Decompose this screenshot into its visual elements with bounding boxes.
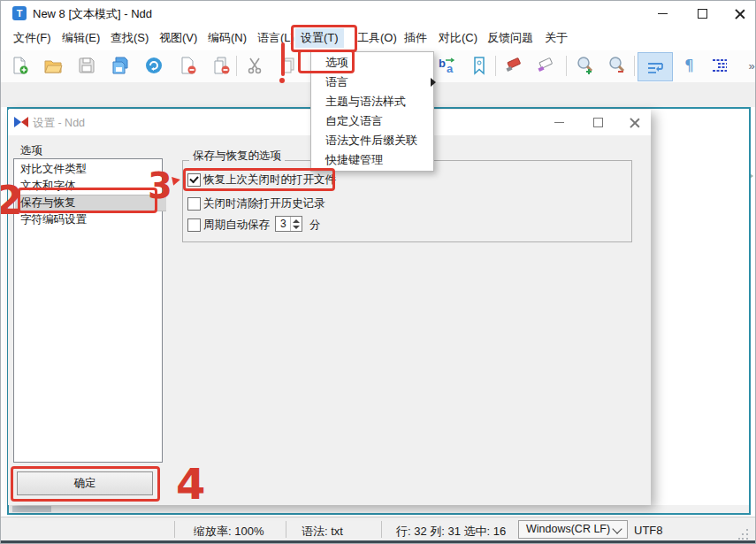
menu-item-options[interactable]: 选项	[312, 53, 444, 73]
mark-highlight-button[interactable]	[503, 54, 526, 77]
settings-dropdown-menu: 选项 语言 主题与语法样式 自定义语言 语法文件后缀关联 快捷键管理	[310, 51, 434, 172]
open-folder-icon	[43, 56, 63, 75]
category-compare-file-types[interactable]: 对比文件类型	[15, 161, 166, 178]
menu-settings[interactable]: 设置(T)	[295, 28, 344, 48]
cut-button[interactable]	[243, 54, 266, 77]
close-document-button[interactable]	[176, 54, 199, 77]
minimize-icon	[658, 13, 668, 14]
spin-up-icon	[293, 219, 300, 223]
statusbar-separator	[286, 521, 286, 538]
menu-item-custom-language[interactable]: 自定义语言	[312, 111, 444, 131]
paragraph-mark-icon: ¶	[680, 56, 699, 75]
category-encoding-settings[interactable]: 字符编码设置	[15, 211, 166, 228]
save-all-button[interactable]	[109, 54, 132, 77]
autosave-label[interactable]: 周期自动保存	[203, 218, 270, 233]
dialog-minimize-button[interactable]	[542, 110, 576, 135]
maximize-icon	[698, 9, 707, 19]
menu-item-language[interactable]: 语言	[312, 73, 444, 92]
clear-history-checkbox[interactable]	[187, 197, 201, 211]
menu-language[interactable]: 语言(L)	[252, 28, 300, 48]
menu-item-theme-syntax[interactable]: 主题与语法样式	[312, 92, 444, 111]
save-restore-group-label: 保存与恢复的选项	[189, 149, 285, 164]
menu-item-shortcut-manager[interactable]: 快捷键管理	[312, 150, 444, 170]
refresh-button[interactable]	[142, 54, 165, 77]
close-document-icon	[178, 56, 197, 75]
copy-button[interactable]	[277, 54, 300, 77]
save-button[interactable]	[75, 54, 98, 77]
dialog-close-button[interactable]	[617, 110, 651, 135]
toolbar-separator	[236, 56, 237, 76]
close-all-documents-button[interactable]	[210, 54, 233, 77]
menu-search[interactable]: 查找(S)	[105, 28, 154, 48]
menu-feedback[interactable]: 反馈问题	[482, 28, 538, 48]
statusbar-separator	[174, 521, 175, 538]
toolbar-separator	[495, 56, 496, 76]
svg-text:a: a	[447, 62, 454, 75]
zoom-in-icon	[575, 55, 596, 76]
zoom-out-button[interactable]	[606, 54, 629, 77]
show-paragraph-marks-button[interactable]: ¶	[678, 54, 701, 77]
new-file-button[interactable]	[8, 54, 31, 77]
minimize-button[interactable]	[644, 1, 681, 26]
close-icon	[630, 118, 639, 127]
menu-file[interactable]: 文件(F)	[8, 28, 57, 48]
maximize-button[interactable]	[683, 1, 721, 26]
dialog-maximize-button[interactable]	[581, 110, 615, 135]
spinner-buttons[interactable]	[290, 217, 302, 231]
status-bar: 缩放率: 100% 语法: txt 行: 32 列: 31 选中: 16 Win…	[1, 517, 756, 541]
close-button[interactable]	[721, 1, 756, 26]
close-icon	[735, 9, 745, 19]
app-icon: T	[12, 6, 27, 20]
save-icon	[77, 56, 96, 75]
autosave-checkbox[interactable]	[187, 218, 201, 232]
bookmark-button[interactable]	[468, 54, 491, 77]
menu-item-suffix-assoc[interactable]: 语法文件后缀关联	[312, 131, 444, 150]
eol-selector[interactable]: Windows(CR LF)	[518, 520, 628, 539]
menu-plugins[interactable]: 插件	[399, 28, 432, 48]
refresh-icon	[144, 56, 164, 75]
zoom-level-label: 缩放率: 100%	[194, 524, 263, 540]
toolbar-separator	[634, 56, 635, 76]
caret-position-label: 行: 32 列: 31 选中: 16	[396, 524, 506, 540]
restore-files-checkbox[interactable]	[187, 173, 201, 187]
autosave-interval-value: 3	[280, 218, 286, 230]
eol-value: Windows(CR LF)	[526, 523, 610, 535]
chevron-down-icon	[612, 524, 622, 533]
autosave-unit-label: 分	[309, 218, 321, 233]
app-window: T New 8 [文本模式] - Ndd 文件(F) 编辑(E) 查找(S) 视…	[0, 0, 756, 544]
options-group-label: 选项	[20, 143, 42, 158]
minimize-icon	[554, 122, 564, 123]
word-wrap-button[interactable]	[638, 52, 673, 81]
resize-grip[interactable]	[738, 529, 749, 540]
maximize-icon	[593, 118, 603, 127]
clear-history-label[interactable]: 关闭时清除打开历史记录	[203, 196, 325, 211]
zoom-out-icon	[607, 55, 628, 76]
zoom-in-button[interactable]	[574, 54, 597, 77]
statusbar-separator	[381, 521, 382, 538]
horizontal-scrollbar[interactable]	[9, 505, 749, 513]
toolbar-overflow-button[interactable]: »	[740, 54, 756, 77]
horizontal-scrollbar-thumb[interactable]	[12, 506, 51, 512]
window-bottom-edge	[1, 540, 756, 544]
menu-edit[interactable]: 编辑(E)	[57, 28, 105, 48]
restore-files-label[interactable]: 恢复上次关闭时的打开文件	[203, 172, 336, 188]
ok-button[interactable]: 确定	[17, 471, 153, 495]
open-file-button[interactable]	[42, 54, 65, 77]
new-file-icon	[10, 56, 29, 75]
category-save-and-restore[interactable]: 保存与恢复	[15, 195, 166, 211]
cut-icon	[245, 56, 264, 75]
window-title: New 8 [文本模式] - Ndd	[33, 6, 152, 22]
menu-view[interactable]: 视图(V)	[154, 28, 202, 48]
toolbar-separator	[566, 56, 567, 76]
menu-compare[interactable]: 对比(C)	[433, 28, 483, 48]
indent-guide-button[interactable]	[708, 54, 731, 77]
compare-icon	[14, 117, 28, 127]
category-text-and-font[interactable]: 文本和字体	[15, 178, 166, 195]
spin-down-icon	[293, 226, 300, 229]
menu-encoding[interactable]: 编码(N)	[202, 28, 252, 48]
mark-clear-button[interactable]	[535, 54, 558, 77]
autosave-interval-spinner[interactable]: 3	[275, 216, 302, 232]
menu-tools[interactable]: 工具(O)	[352, 28, 402, 48]
syntax-label: 语法: txt	[302, 524, 343, 540]
menu-about[interactable]: 关于	[539, 28, 573, 48]
